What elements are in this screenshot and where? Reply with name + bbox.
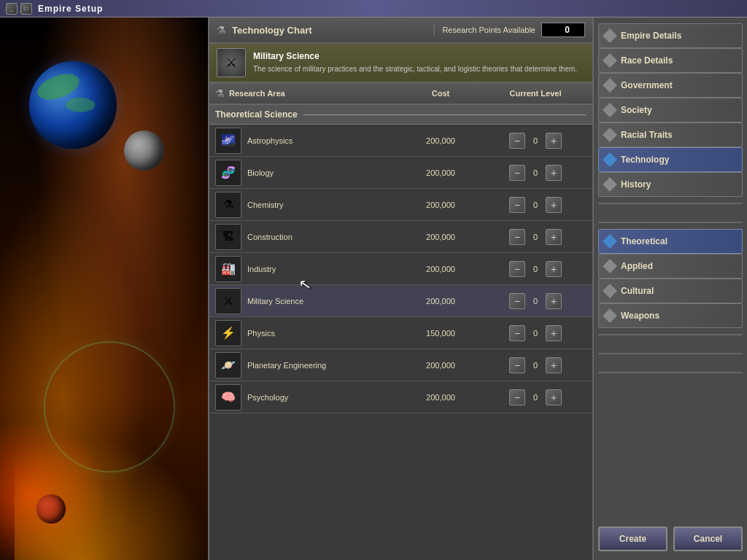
col-level-header: Current Level: [484, 89, 587, 98]
tech-chart-title: Technology Chart: [232, 25, 312, 36]
level-decrease-button[interactable]: −: [509, 357, 525, 373]
tech-row-name: Astrophysics: [247, 136, 397, 145]
bottom-buttons: Create Cancel: [598, 521, 743, 554]
tech-row-icon: 🏭: [215, 256, 241, 282]
tech-row-cost: 150,000: [397, 329, 484, 338]
tech-level-value: 0: [530, 168, 541, 177]
tech-level-value: 0: [530, 201, 541, 209]
column-headers: ⚗ Research Area Cost Current Level: [209, 83, 592, 105]
tech-level-value: 0: [530, 136, 541, 145]
sidebar-item-government[interactable]: Government: [598, 73, 743, 98]
sidebar-item-applied[interactable]: Applied: [598, 254, 743, 279]
tech-row[interactable]: 🧠 Psychology 200,000 − 0 +: [209, 381, 592, 413]
tech-row-icon: ⚔: [215, 288, 241, 314]
tech-level-controls: − 0 +: [484, 325, 587, 341]
tech-row-name: Industry: [247, 265, 397, 273]
nav-spacer-3: [598, 360, 743, 366]
level-decrease-button[interactable]: −: [509, 165, 525, 181]
level-decrease-button[interactable]: −: [509, 261, 525, 277]
tech-level-controls: − 0 +: [484, 357, 587, 373]
col-flask-icon: ⚗: [215, 88, 225, 99]
nav-diamond-icon: [603, 103, 617, 117]
tech-row[interactable]: 🏭 Industry 200,000 − 0 +: [209, 253, 592, 285]
tech-row[interactable]: ⚔ Military Science 200,000 − 0 +: [209, 285, 592, 317]
level-increase-button[interactable]: +: [546, 165, 562, 181]
nav-item-label: Racial Traits: [621, 130, 673, 140]
tech-list[interactable]: Theoretical Science 🌌 Astrophysics 200,0…: [209, 105, 592, 560]
nav-item-label: History: [621, 179, 651, 190]
nav-spacer-2: [598, 341, 743, 347]
nav-diamond-icon: [603, 234, 617, 249]
level-decrease-button[interactable]: −: [509, 229, 525, 245]
sidebar-item-theoretical[interactable]: Theoretical: [598, 229, 743, 254]
tech-row-icon: 🏗: [215, 224, 241, 250]
tech-row[interactable]: 🧬 Biology 200,000 − 0 +: [209, 157, 592, 189]
tech-row-cost: 200,000: [397, 393, 484, 402]
minimize-button[interactable]: _: [6, 3, 18, 15]
tech-row-cost: 200,000: [397, 265, 484, 273]
level-decrease-button[interactable]: −: [509, 133, 525, 149]
nav-divider-2: [598, 222, 743, 223]
level-decrease-button[interactable]: −: [509, 197, 525, 213]
tech-row-name: Planetary Engineering: [247, 361, 397, 370]
main-nav: Empire Details Race Details Government S…: [598, 23, 743, 197]
sidebar-item-society[interactable]: Society: [598, 98, 743, 122]
selected-tech-info: ⚔ Military Science The science of milita…: [209, 44, 592, 83]
tech-row[interactable]: 🌌 Astrophysics 200,000 − 0 +: [209, 125, 592, 157]
level-decrease-button[interactable]: −: [509, 325, 525, 341]
sidebar-item-technology[interactable]: Technology: [598, 147, 743, 172]
tech-level-controls: − 0 +: [484, 389, 587, 405]
red-planet: [36, 494, 66, 524]
nav-diamond-icon: [603, 177, 617, 192]
level-increase-button[interactable]: +: [546, 261, 562, 277]
nav-item-label: Empire Details: [621, 31, 681, 41]
sidebar-item-empire-details[interactable]: Empire Details: [598, 23, 743, 48]
tech-row-cost: 200,000: [397, 201, 484, 209]
title-bar-buttons: _ □: [6, 3, 32, 15]
level-increase-button[interactable]: +: [546, 325, 562, 341]
tech-row-name: Military Science: [247, 297, 397, 306]
nav-divider-4: [598, 353, 743, 354]
sidebar-item-race-details[interactable]: Race Details: [598, 48, 743, 73]
col-research-area: ⚗ Research Area: [215, 88, 397, 99]
level-decrease-button[interactable]: −: [509, 389, 525, 405]
maximize-button[interactable]: □: [20, 3, 32, 15]
tech-row-name: Psychology: [247, 393, 397, 402]
tech-level-value: 0: [530, 329, 541, 338]
level-increase-button[interactable]: +: [546, 357, 562, 373]
create-button[interactable]: Create: [598, 526, 667, 551]
level-increase-button[interactable]: +: [546, 229, 562, 245]
level-increase-button[interactable]: +: [546, 389, 562, 405]
sidebar-item-weapons[interactable]: Weapons: [598, 303, 743, 328]
tech-row-cost: 200,000: [397, 233, 484, 241]
selected-tech-details: Military Science The science of military…: [253, 51, 577, 74]
tech-title-section: ⚗ Technology Chart: [209, 24, 435, 36]
sidebar-item-racial-traits[interactable]: Racial Traits: [598, 122, 743, 147]
tech-row-icon: 🧬: [215, 160, 241, 186]
nav-divider-3: [598, 334, 743, 335]
level-increase-button[interactable]: +: [546, 133, 562, 149]
selected-tech-name: Military Science: [253, 51, 577, 61]
nav-item-label: Weapons: [621, 311, 659, 321]
selected-tech-description: The science of military practices and th…: [253, 64, 577, 74]
tech-level-value: 0: [530, 297, 541, 306]
tech-row[interactable]: ⚡ Physics 150,000 − 0 +: [209, 317, 592, 349]
level-increase-button[interactable]: +: [546, 293, 562, 309]
level-increase-button[interactable]: +: [546, 197, 562, 213]
sidebar-item-history[interactable]: History: [598, 172, 743, 197]
tech-row-icon: 🧠: [215, 384, 241, 411]
cancel-button[interactable]: Cancel: [673, 526, 743, 551]
nav-divider-5: [598, 372, 743, 373]
nav-diamond-icon: [603, 259, 617, 273]
sidebar-item-cultural[interactable]: Cultural: [598, 279, 743, 303]
tech-row[interactable]: ⚗ Chemistry 200,000 − 0 +: [209, 189, 592, 221]
tech-row[interactable]: 🪐 Planetary Engineering 200,000 − 0 +: [209, 349, 592, 381]
tech-row-cost: 200,000: [397, 136, 484, 145]
tech-header: ⚗ Technology Chart Research Points Avail…: [209, 18, 592, 44]
tech-row[interactable]: 🏗 Construction 200,000 − 0 +: [209, 221, 592, 253]
col-cost-header: Cost: [397, 89, 484, 98]
planet-earth: [29, 61, 117, 149]
level-decrease-button[interactable]: −: [509, 293, 525, 309]
window-title: Empire Setup: [38, 4, 103, 14]
tech-level-controls: − 0 +: [484, 133, 587, 149]
